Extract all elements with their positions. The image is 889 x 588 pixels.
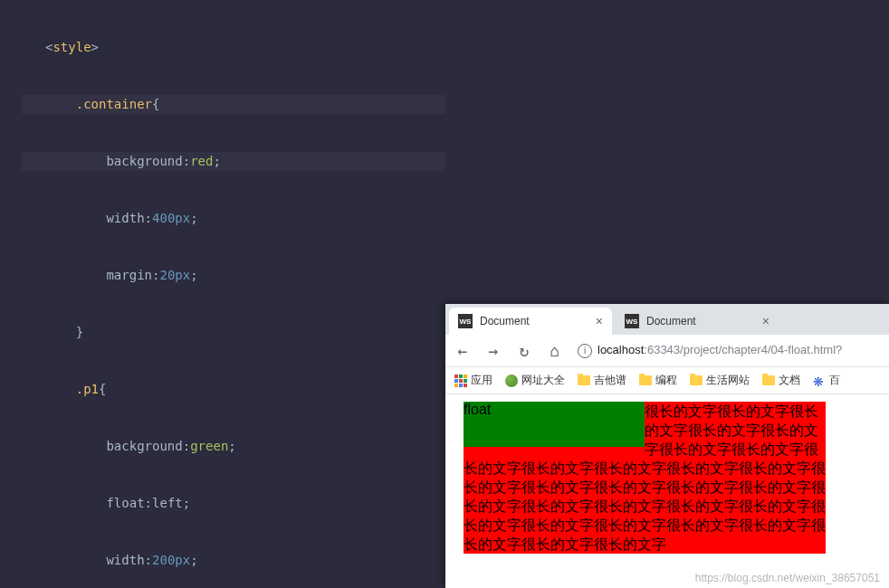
bookmark-biancheng[interactable]: 编程 (639, 373, 677, 388)
code-content[interactable]: <style> .container{ background:red; widt… (22, 0, 445, 588)
back-button[interactable]: ← (454, 341, 471, 360)
css-val: red (190, 154, 213, 168)
browser-tabbar: WS Document × WS Document × (445, 304, 889, 335)
selector-p1: .p1 (76, 382, 99, 396)
browser-viewport[interactable]: float 很长的文字很长的文字很长的文字很长的文字很长的文字很长的文字很长的文… (445, 394, 889, 554)
style-tag: style (53, 40, 91, 54)
apps-button[interactable]: 应用 (454, 373, 492, 388)
bookmark-wendang[interactable]: 文档 (762, 373, 800, 388)
folder-icon (578, 375, 590, 385)
folder-icon (639, 375, 652, 385)
css-prop: width (106, 553, 144, 567)
css-val: green (190, 439, 228, 453)
bookmark-label: 应用 (471, 373, 492, 388)
bookmark-label: 文档 (779, 373, 800, 388)
css-val: left (152, 496, 183, 510)
webstorm-icon: WS (458, 314, 473, 328)
close-icon[interactable]: × (762, 314, 770, 328)
browser-tab-inactive[interactable]: WS Document × (616, 308, 779, 335)
bookmark-wangzhi[interactable]: 网址大全 (505, 373, 565, 388)
url-field[interactable]: ilocalhost:63343/project/chapter4/04-flo… (578, 343, 880, 358)
bookmark-jita[interactable]: 吉他谱 (578, 373, 626, 388)
code-editor-panel[interactable]: <style> .container{ background:red; widt… (0, 0, 445, 588)
css-prop: background (106, 439, 182, 453)
bookmark-baidu[interactable]: ❋百 (813, 373, 840, 388)
css-prop: background (106, 154, 182, 168)
demo-float-box: float (464, 402, 645, 447)
folder-icon (762, 375, 775, 385)
info-icon[interactable]: i (578, 344, 592, 358)
webstorm-icon: WS (625, 314, 639, 328)
folder-icon (690, 375, 703, 385)
selector-container: .container (76, 97, 152, 111)
url-host: localhost (597, 343, 644, 356)
close-icon[interactable]: × (596, 314, 603, 328)
tab-title: Document (646, 315, 762, 327)
bookmark-label: 生活网站 (706, 373, 750, 388)
apps-icon (454, 375, 467, 387)
demo-container: float 很长的文字很长的文字很长的文字很长的文字很长的文字很长的文字很长的文… (464, 402, 826, 554)
bookmark-shenghuo[interactable]: 生活网站 (690, 373, 750, 388)
css-prop: margin (106, 268, 152, 282)
tab-title: Document (480, 315, 596, 327)
css-val: 200px (152, 553, 190, 567)
forward-button[interactable]: → (485, 341, 502, 360)
url-path: :63343/project/chapter4/04-float.html? (644, 343, 842, 356)
css-val: 400px (152, 211, 190, 225)
globe-icon (505, 375, 518, 387)
reload-button[interactable]: ↻ (516, 341, 532, 360)
address-bar: ← → ↻ ⌂ ilocalhost:63343/project/chapter… (445, 335, 889, 367)
home-button[interactable]: ⌂ (547, 341, 563, 360)
browser-tab-active[interactable]: WS Document × (449, 308, 612, 335)
browser-window: WS Document × WS Document × ← → ↻ ⌂ iloc… (445, 304, 889, 588)
watermark-text: https://blog.csdn.net/weixin_38657051 (695, 572, 880, 584)
bookmarks-bar: 应用 网址大全 吉他谱 编程 生活网站 文档 ❋百 (445, 367, 889, 394)
css-val: 20px (159, 268, 190, 282)
bookmark-label: 网址大全 (521, 373, 565, 388)
baidu-icon: ❋ (813, 375, 826, 387)
bookmark-label: 百 (829, 373, 840, 388)
css-prop: float (106, 496, 144, 510)
bookmark-label: 编程 (655, 373, 677, 388)
bookmark-label: 吉他谱 (594, 373, 626, 388)
css-prop: width (106, 211, 144, 225)
